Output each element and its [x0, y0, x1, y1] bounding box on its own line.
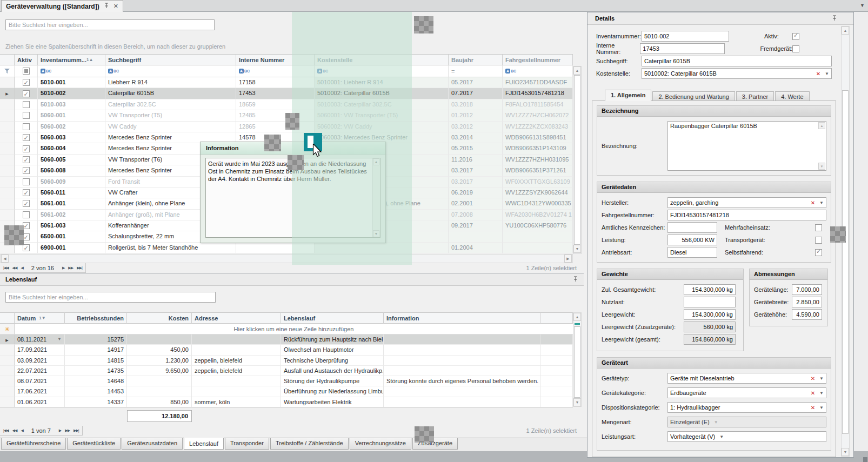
kostenstelle-combo[interactable]: 5010002: Caterpillar 6015B ✕ ▼: [642, 68, 832, 79]
aktiv-checkbox[interactable]: [23, 167, 30, 174]
dropdown-icon[interactable]: ▼: [819, 200, 824, 205]
fahrgestellnummer-field[interactable]: FJDI14530157481218: [667, 210, 826, 220]
scrollbar-thumb[interactable]: [842, 90, 849, 434]
table-row[interactable]: ▶ ▼17.06.2021 14453 Überführung zur Nied…: [0, 386, 573, 397]
nav-next-icon[interactable]: ▶: [62, 266, 64, 270]
nav-prev-page-icon[interactable]: ◀◀: [12, 428, 17, 433]
aktiv-checkbox[interactable]: [23, 189, 30, 196]
filter-fahrgestellnummer[interactable]: ABC: [503, 65, 573, 77]
aktiv-checkbox[interactable]: [23, 79, 30, 86]
column-header-information[interactable]: Information: [384, 312, 540, 324]
column-header-adresse[interactable]: Adresse: [192, 312, 281, 324]
scroll-left-icon[interactable]: ◀: [1, 255, 9, 263]
nav-next-icon[interactable]: ▶: [59, 428, 61, 433]
bezeichnung-textarea[interactable]: Raupenbagger Caterpillar 6015B ▲ ▼: [667, 121, 826, 171]
fremdgeraet-checkbox[interactable]: [792, 45, 799, 52]
table-row[interactable]: ▶ 5010-002 Caterpillar 6015B 17453 50100…: [0, 88, 573, 99]
clear-icon[interactable]: ✕: [811, 376, 815, 381]
scroll-down-icon[interactable]: ▼: [842, 448, 849, 456]
lebenslauf-search-input[interactable]: Bitte Suchtext hier eingeben...: [5, 292, 216, 303]
column-header-aktiv[interactable]: Aktiv: [15, 54, 38, 65]
bottom-tab[interactable]: Transponder: [225, 438, 269, 450]
nav-last-icon[interactable]: ▶▶|: [77, 266, 82, 270]
aktiv-checkbox[interactable]: [23, 211, 30, 218]
table-row[interactable]: ▶ 5010-003 Caterpillar 302.5C 18659 5010…: [0, 99, 573, 110]
scroll-up-icon[interactable]: ▲: [573, 313, 581, 321]
table-row[interactable]: ▶ 6900-001 Rollgerüst, bis 7 Meter Stand…: [0, 243, 573, 253]
column-header-kosten[interactable]: Kosten: [127, 312, 192, 324]
column-header-datum[interactable]: Datum 1▼: [15, 312, 65, 324]
aktiv-checkbox[interactable]: [23, 112, 30, 119]
nav-last-icon[interactable]: ▶▶|: [74, 428, 79, 433]
table-row[interactable]: ▶ ▼08.07.2021 14648 Störung der Hydrauli…: [0, 376, 573, 386]
scroll-down-icon[interactable]: ▼: [573, 398, 581, 406]
table-row[interactable]: ▶ ▼17.09.2021 14917 450,00 Ölwechsel am …: [0, 345, 573, 355]
selbstfahrend-checkbox[interactable]: [815, 249, 822, 256]
table-row[interactable]: ▶ 5010-001 Liebherr R 914 17158 5010001:…: [0, 77, 573, 88]
equals-filter-icon[interactable]: =: [449, 65, 503, 77]
gewicht-field[interactable]: 560,000 kg: [684, 322, 736, 332]
gewicht-field[interactable]: [684, 297, 736, 307]
nav-first-icon[interactable]: |◀◀: [3, 428, 9, 433]
geraeteart-combo[interactable]: 1: Hydraulikbagger ✕ ▼: [667, 402, 826, 413]
column-header-fahrgestellnummer[interactable]: Fahrgestellnummer: [503, 54, 573, 65]
gewicht-field[interactable]: 154.300,000 kg: [684, 284, 736, 295]
clear-icon[interactable]: ✕: [811, 390, 815, 396]
dropdown-icon[interactable]: ▼: [819, 376, 824, 381]
hersteller-combo[interactable]: zeppelin, garching ✕ ▼: [667, 197, 826, 208]
scrollbar-thumb[interactable]: [574, 75, 580, 245]
chevron-down-icon[interactable]: ▼: [860, 3, 865, 8]
dropdown-icon[interactable]: ▼: [819, 405, 824, 410]
filter-icon[interactable]: [0, 65, 15, 77]
pin-icon[interactable]: [832, 15, 837, 22]
leistung-field[interactable]: 556,000 KW: [667, 235, 717, 245]
clear-icon[interactable]: ✕: [816, 71, 820, 77]
popup-scrollbar[interactable]: ▲ ▼: [372, 158, 380, 237]
horizontal-scrollbar[interactable]: ◀ ▶: [0, 254, 573, 263]
scroll-down-icon[interactable]: ▼: [573, 245, 581, 253]
column-header-lebenslauf[interactable]: Lebenslauf: [281, 312, 384, 324]
column-header-betriebsstunden[interactable]: Betriebsstunden: [65, 312, 127, 324]
dropdown-icon[interactable]: ▼: [714, 420, 718, 425]
filter-inventarnummer[interactable]: ABC: [38, 65, 105, 77]
table-row[interactable]: ▶ ▼01.06.2021 14337 850,00 sommer, köln …: [0, 397, 573, 407]
interne-nummer-field[interactable]: 17453: [640, 43, 725, 54]
geraeteart-combo[interactable]: Erdbaugeräte ✕ ▼: [667, 387, 826, 398]
bottom-tab[interactable]: Geräteführerscheine: [1, 438, 66, 450]
details-tab[interactable]: 4. Werte: [775, 91, 809, 101]
vertical-scrollbar[interactable]: ▲ ▼: [573, 66, 582, 254]
nav-prev-page-icon[interactable]: ◀◀: [12, 266, 17, 270]
details-tab[interactable]: 2. Bedienung und Wartung: [652, 91, 735, 101]
column-header-suchbegriff[interactable]: Suchbegriff: [105, 54, 236, 65]
gewicht-field[interactable]: 154.300,000 kg: [684, 309, 736, 320]
scroll-up-icon[interactable]: ▲: [818, 122, 825, 129]
bottom-tab[interactable]: Treibstoffe / Zählerstände: [270, 438, 349, 450]
aktiv-checkbox[interactable]: [23, 178, 30, 185]
filter-kostenstelle[interactable]: ABC: [315, 65, 449, 77]
scroll-down-icon[interactable]: ▼: [373, 230, 379, 237]
aktiv-checkbox[interactable]: [23, 134, 30, 141]
table-row[interactable]: ▶ ▼08.11.2021 15275 Rückführung zum Haup…: [0, 334, 573, 345]
aktiv-checkbox[interactable]: [23, 156, 30, 163]
details-tab[interactable]: 3. Partner: [736, 91, 774, 101]
search-input[interactable]: Bitte Suchtext hier eingeben...: [5, 19, 215, 30]
antriebsart-field[interactable]: Diesel: [667, 247, 717, 258]
mehrfacheinsatz-checkbox[interactable]: [815, 224, 822, 231]
vertical-scrollbar[interactable]: ▲ ▼: [573, 312, 582, 407]
aktiv-checkbox[interactable]: [23, 123, 30, 130]
nav-prev-icon[interactable]: ◀: [21, 428, 23, 433]
inventarnummer-field[interactable]: 5010-002: [642, 31, 729, 42]
dropdown-icon[interactable]: ▼: [719, 434, 724, 439]
column-header-baujahr[interactable]: Baujahr: [449, 54, 503, 65]
aktiv-checkbox[interactable]: [792, 33, 799, 40]
abmessung-field[interactable]: 4.590,00: [792, 309, 822, 320]
column-header-kostenstelle[interactable]: Kostenstelle: [315, 54, 449, 65]
nav-prev-icon[interactable]: ◀: [21, 266, 23, 270]
dropdown-icon[interactable]: ▼: [819, 391, 824, 396]
nav-first-icon[interactable]: |◀◀: [3, 266, 9, 270]
table-row[interactable]: ▶ ▼03.09.2021 14815 1.230,00 zeppelin, b…: [0, 356, 573, 366]
aktiv-checkbox[interactable]: [23, 200, 30, 207]
nav-next-page-icon[interactable]: ▶▶: [68, 266, 73, 270]
abmessung-field[interactable]: 7.000,00: [792, 284, 822, 295]
bottom-tab[interactable]: Verrechnungssätze: [350, 438, 411, 450]
